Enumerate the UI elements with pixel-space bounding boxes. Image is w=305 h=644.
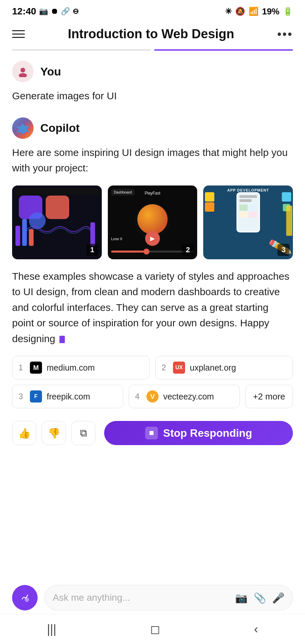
user-message-block: You Generate images for UI xyxy=(12,61,293,104)
progress-segment-2 xyxy=(154,49,293,51)
sources-grid: 1 M medium.com 2 UX uxplanet.org 3 F fre… xyxy=(12,356,293,408)
battery: 19% xyxy=(262,6,279,17)
more-options-button[interactable]: ••• xyxy=(277,27,293,41)
user-message-text: Generate images for UI xyxy=(12,88,293,104)
back-nav-button[interactable]: ||| xyxy=(44,619,60,640)
medium-label: medium.com xyxy=(47,363,95,373)
source-medium[interactable]: 1 M medium.com xyxy=(12,356,150,379)
attach-icon[interactable]: 📎 xyxy=(254,592,266,604)
progress-segment-1 xyxy=(12,49,151,51)
sources-row-1: 1 M medium.com 2 UX uxplanet.org xyxy=(12,356,293,379)
sources-row-2: 3 F freepik.com 4 V vecteezy.com +2 more xyxy=(12,385,293,408)
image-badge-2: 2 xyxy=(182,244,194,256)
freepik-icon: F xyxy=(30,390,42,402)
copilot-message-header: Copilot xyxy=(12,117,293,139)
page-title: Introduction to Web Design xyxy=(68,27,234,41)
input-box: Ask me anything... 📷 📎 🎤 xyxy=(44,585,293,610)
input-area: Ask me anything... 📷 📎 🎤 xyxy=(0,585,305,610)
hamburger-menu[interactable] xyxy=(12,30,25,38)
stop-icon xyxy=(145,427,158,439)
svg-rect-2 xyxy=(149,431,154,435)
prev-nav-button[interactable]: ‹ xyxy=(251,619,261,640)
copy-button[interactable]: ⧉ xyxy=(71,421,95,445)
freepik-label: freepik.com xyxy=(47,392,90,401)
ui-image-1[interactable]: 1 xyxy=(12,185,102,259)
thumbs-up-icon: 👍 xyxy=(18,427,31,439)
status-right: ✳ 🔕 📶 19% 🔋 xyxy=(225,6,293,17)
status-left: 12:40 📷 ⏺ 🔗 ⊖ xyxy=(12,6,79,17)
ui-image-3[interactable]: APP DEVELOPMENTCONCEPT xyxy=(203,185,293,259)
svg-point-1 xyxy=(19,73,27,77)
image-badge-1: 1 xyxy=(86,244,98,256)
actions-row: 👍 👎 ⧉ Stop Responding xyxy=(12,421,293,445)
mic-icon[interactable]: 🎤 xyxy=(272,592,285,604)
copilot-body-text: These examples showcase a variety of sty… xyxy=(12,269,293,347)
more-sources-button[interactable]: +2 more xyxy=(245,385,293,408)
user-message-header: You xyxy=(12,61,293,82)
thumbs-down-icon: 👎 xyxy=(48,427,60,439)
bluetooth-icon: ✳ xyxy=(225,7,232,16)
new-chat-button[interactable] xyxy=(12,585,38,610)
dislike-button[interactable]: 👎 xyxy=(42,421,66,445)
mute-icon: 🔕 xyxy=(235,7,245,16)
link-icon: 🔗 xyxy=(61,7,70,16)
record-icon: ⏺ xyxy=(51,7,58,16)
bottom-nav: ||| ◻ ‹ xyxy=(0,614,305,644)
copilot-message-block: Copilot Here are some inspiring UI desig… xyxy=(12,117,293,452)
battery-icon: 🔋 xyxy=(283,7,293,16)
block-icon: ⊖ xyxy=(73,7,79,16)
like-button[interactable]: 👍 xyxy=(12,421,36,445)
home-nav-button[interactable]: ◻ xyxy=(147,619,164,640)
user-avatar xyxy=(12,61,34,82)
uxplanet-label: uxplanet.org xyxy=(190,363,236,373)
typing-cursor xyxy=(59,336,65,343)
source-vecteezy[interactable]: 4 V vecteezy.com xyxy=(129,385,240,408)
status-bar: 12:40 📷 ⏺ 🔗 ⊖ ✳ 🔕 📶 19% 🔋 xyxy=(0,0,305,20)
camera-input-icon[interactable]: 📷 xyxy=(235,592,248,604)
stop-responding-button[interactable]: Stop Responding xyxy=(104,421,293,445)
ui-image-2[interactable]: Dashboard PlayFast ▶ Lose It 2 xyxy=(108,185,198,259)
input-placeholder: Ask me anything... xyxy=(53,592,229,603)
ux-icon: UX xyxy=(173,362,185,374)
medium-icon: M xyxy=(30,362,42,374)
vecteezy-label: vecteezy.com xyxy=(163,392,214,401)
copy-icon: ⧉ xyxy=(80,427,87,439)
time: 12:40 xyxy=(12,6,36,17)
user-name: You xyxy=(40,65,61,78)
image-badge-3: 3 xyxy=(277,244,290,256)
chat-container: You Generate images for UI xyxy=(0,61,305,452)
vecteezy-icon: V xyxy=(146,390,159,402)
svg-point-0 xyxy=(20,68,25,72)
images-grid: 1 Dashboard PlayFast ▶ Lose It xyxy=(12,185,293,259)
source-uxplanet[interactable]: 2 UX uxplanet.org xyxy=(155,356,293,379)
more-icon: ••• xyxy=(277,27,293,41)
wifi-icon: 📶 xyxy=(249,7,259,16)
stop-label: Stop Responding xyxy=(163,427,252,439)
copilot-intro-text: Here are some inspiring UI design images… xyxy=(12,145,293,176)
source-freepik[interactable]: 3 F freepik.com xyxy=(12,385,123,408)
progress-bar xyxy=(0,49,305,51)
camera-icon: 📷 xyxy=(39,7,48,16)
copilot-avatar xyxy=(12,117,34,139)
top-nav: Introduction to Web Design ••• xyxy=(0,20,305,49)
copilot-name: Copilot xyxy=(40,121,80,135)
